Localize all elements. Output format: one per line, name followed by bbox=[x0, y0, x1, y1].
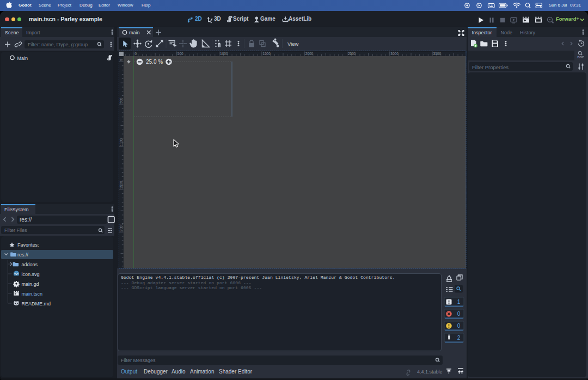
svg-text:0: 0 bbox=[119, 59, 123, 61]
svg-text:0: 0 bbox=[135, 52, 137, 56]
svg-text:2500: 2500 bbox=[348, 52, 356, 56]
svg-text:1: 1 bbox=[457, 299, 461, 305]
svg-text:500: 500 bbox=[119, 97, 123, 103]
svg-text:0: 0 bbox=[457, 323, 461, 329]
svg-text:1500: 1500 bbox=[119, 181, 123, 189]
svg-text:2000: 2000 bbox=[119, 223, 123, 231]
svg-text:DOC: DOC bbox=[578, 56, 584, 59]
svg-text:3500: 3500 bbox=[433, 52, 442, 56]
svg-text:3000: 3000 bbox=[390, 52, 399, 56]
svg-text:0: 0 bbox=[457, 311, 461, 317]
svg-text:2: 2 bbox=[457, 335, 461, 341]
svg-text:500: 500 bbox=[177, 52, 183, 56]
svg-text:1500: 1500 bbox=[262, 52, 271, 56]
svg-text:1000: 1000 bbox=[119, 138, 123, 146]
svg-text:2000: 2000 bbox=[305, 52, 314, 56]
svg-text:1000: 1000 bbox=[220, 52, 228, 56]
